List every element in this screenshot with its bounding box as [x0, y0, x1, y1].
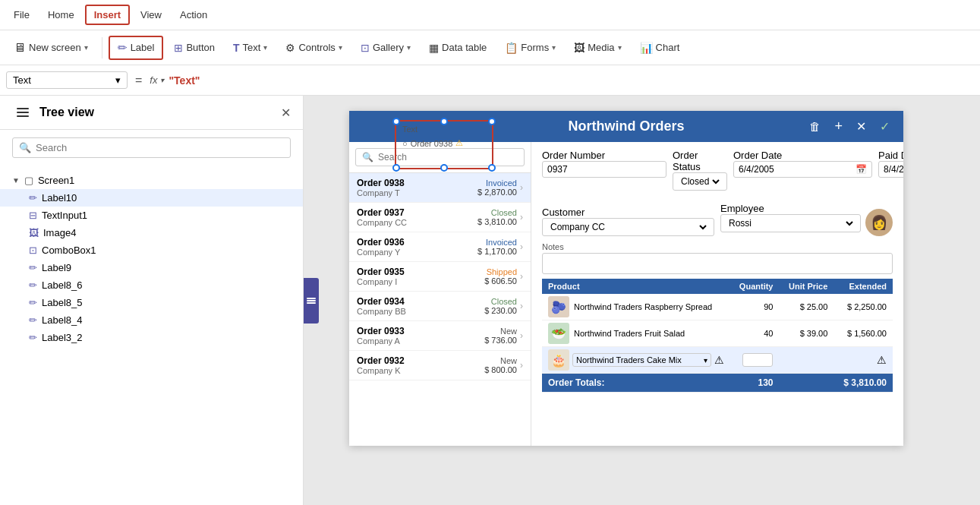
forms-button[interactable]: 📋 Forms ▾: [497, 38, 563, 58]
close-x-button[interactable]: ✕: [852, 117, 871, 136]
resize-handle-bm[interactable]: [440, 164, 448, 172]
menu-view[interactable]: View: [133, 6, 169, 24]
radio-icon: ○: [402, 139, 408, 148]
tree-item-label10[interactable]: ✏ Label10: [0, 189, 303, 207]
order-row-0932[interactable]: Order 0932 Company K New $ 800.00 ›: [349, 351, 531, 380]
tree-item-label8-4[interactable]: ✏ Label8_4: [0, 311, 303, 329]
chart-button[interactable]: 📊 Chart: [632, 38, 688, 58]
order-status-0933: New: [484, 327, 517, 336]
paid-date-value[interactable]: 8/4/2006: [884, 164, 903, 175]
selected-bottom-row: ○ Order 0938 ⚠: [396, 137, 492, 150]
resize-handle-tl[interactable]: [392, 118, 400, 125]
order-amount-0936: $ 1,170.00: [477, 247, 517, 256]
employee-avatar: 👩: [865, 209, 893, 236]
sidebar-search-box[interactable]: 🔍: [12, 137, 291, 158]
button-button[interactable]: ⊞ Button: [166, 38, 222, 58]
order-row-0933[interactable]: Order 0933 Company A New $ 736.00 ›: [349, 321, 531, 351]
datatable-button[interactable]: ▦ Data table: [421, 38, 494, 58]
tree-item-label9[interactable]: ✏ Label9: [0, 259, 303, 276]
new-screen-button[interactable]: 🖥 New screen ▾: [6, 37, 96, 58]
order-row-0934[interactable]: Order 0934 Company BB Closed $ 230.00 ›: [349, 292, 531, 321]
tree-item-textinput1[interactable]: ⊟ TextInput1: [0, 207, 303, 224]
resize-handle-tr[interactable]: [488, 118, 496, 125]
new-screen-label: New screen: [29, 42, 81, 53]
resize-handle-br[interactable]: [488, 164, 496, 172]
qty-input[interactable]: [742, 353, 773, 367]
product-qty-1: 40: [730, 320, 780, 347]
order-detail-panel: Order Number 0937 Order Status Closed: [531, 142, 903, 446]
check-button[interactable]: ✓: [875, 117, 894, 136]
tree-item-image4[interactable]: 🖼 Image4: [0, 224, 303, 241]
product-name-1: Northwind Traders Fruit Salad: [574, 329, 685, 338]
employee-select[interactable]: Rossi: [720, 214, 861, 232]
close-icon[interactable]: ✕: [281, 106, 291, 120]
order-status-select[interactable]: Closed: [673, 172, 727, 191]
order-row-0938[interactable]: Order 0938 Company T Invoiced $ 2,870.00…: [349, 173, 531, 203]
order-col-0935: Shipped $ 606.50: [484, 267, 517, 286]
delete-button[interactable]: 🗑: [805, 117, 825, 136]
order-row-0937[interactable]: Order 0937 Company CC Closed $ 3,810.00 …: [349, 203, 531, 232]
app-screen: Text ○ Order 0938 ⚠ Northwind Orders 🗑 +…: [349, 111, 903, 446]
search-icon: 🔍: [19, 142, 31, 153]
menu-insert[interactable]: Insert: [85, 5, 130, 25]
tree-label-label8-4: Label8_4: [42, 314, 83, 326]
customer-dropdown[interactable]: Company CC: [547, 221, 709, 233]
media-button[interactable]: 🖼 Media ▾: [566, 38, 629, 58]
tree-item-combobox1[interactable]: ⊡ ComboBox1: [0, 241, 303, 259]
controls-button[interactable]: ⚙ Controls ▾: [278, 38, 349, 58]
product-edit-row: 🎂 Northwind Traders Cake Mix ▾ ⚠: [542, 347, 893, 374]
selected-element-overlay[interactable]: Text ○ Order 0938 ⚠: [395, 120, 493, 169]
menu-home[interactable]: Home: [40, 6, 82, 24]
order-status-dropdown[interactable]: Closed: [678, 175, 722, 188]
warning-icon: ⚠: [455, 138, 463, 148]
label-button[interactable]: ✏ Label: [109, 36, 164, 60]
order-date-value[interactable]: 6/4/2005: [739, 164, 852, 175]
order-company-0935: Company I: [357, 277, 484, 286]
notes-input[interactable]: [542, 253, 893, 274]
chevron-down-icon: ▾: [84, 43, 88, 52]
text-button[interactable]: T Text ▾: [225, 38, 275, 58]
controls-label: Controls: [298, 42, 335, 53]
image-icon: 🖼: [29, 227, 39, 238]
tree-item-label8-6[interactable]: ✏ Label8_6: [0, 276, 303, 294]
calendar-icon[interactable]: 📅: [856, 164, 867, 175]
order-number-value[interactable]: 0937: [547, 164, 661, 175]
order-row-0936[interactable]: Order 0936 Company Y Invoiced $ 1,170.00…: [349, 232, 531, 262]
paid-date-input[interactable]: 8/4/2006 📅: [878, 161, 903, 178]
menu-action[interactable]: Action: [172, 6, 215, 24]
tree-item-label3-2[interactable]: ✏ Label3_2: [0, 329, 303, 346]
employee-dropdown[interactable]: Rossi: [726, 217, 856, 229]
product-qty-edit[interactable]: [730, 347, 780, 374]
product-unit-1: $ 39.00: [779, 320, 833, 347]
warning-icon3: ⚠: [877, 354, 887, 366]
tree-item-label8-5[interactable]: ✏ Label8_5: [0, 294, 303, 311]
product-thumb-0: 🫐: [548, 296, 569, 317]
order-number-input[interactable]: 0937: [542, 161, 666, 178]
order-row-0935[interactable]: Order 0935 Company I Shipped $ 606.50 ›: [349, 262, 531, 292]
chevron-down-icon6: ▾: [618, 43, 622, 52]
resize-handle-tm[interactable]: [440, 118, 448, 125]
employee-label: Employee: [720, 203, 764, 214]
customer-select[interactable]: Company CC: [542, 218, 714, 236]
text-label: Text: [243, 42, 261, 53]
order-date-input[interactable]: 6/4/2005 📅: [733, 161, 872, 178]
formula-selector[interactable]: Text ▾: [6, 71, 128, 89]
add-button[interactable]: +: [830, 117, 847, 136]
order-status-0934: Closed: [484, 297, 517, 306]
order-status-0936: Invoiced: [477, 238, 517, 247]
label-label: Label: [131, 42, 155, 53]
hamburger-icon[interactable]: [12, 103, 33, 122]
order-status-0935: Shipped: [484, 267, 517, 276]
layer-tab[interactable]: [304, 278, 319, 324]
order-company-0932: Company K: [357, 366, 484, 375]
resize-handle-bl[interactable]: [392, 164, 400, 172]
menu-file[interactable]: File: [6, 6, 37, 24]
gallery-button[interactable]: ⊡ Gallery ▾: [353, 38, 418, 58]
product-dropdown[interactable]: Northwind Traders Cake Mix ▾: [572, 353, 711, 367]
tree-view: ▼ ▢ Screen1 ✏ Label10 ⊟ TextInput1 🖼 Ima…: [0, 166, 303, 505]
sidebar-search-input[interactable]: [36, 142, 284, 153]
order-info-0934: Order 0934 Company BB: [357, 296, 484, 316]
screen-icon: 🖥: [14, 41, 26, 55]
tree-label-textinput1: TextInput1: [42, 210, 87, 221]
tree-item-screen1[interactable]: ▼ ▢ Screen1: [0, 172, 303, 189]
